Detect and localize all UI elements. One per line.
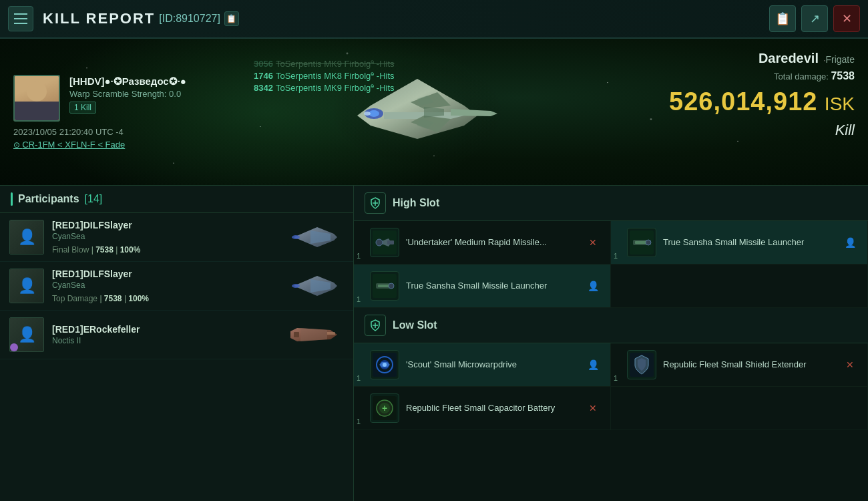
participant-avatar: 👤 (9, 317, 44, 352)
hero-ship-info: Daredevil Frigate Total damage: 7538 526… (669, 51, 855, 139)
page-title: KILL REPORT (43, 10, 155, 27)
fit-item[interactable]: 1 Republic Fleet Small Shield Extender ✕ (611, 343, 868, 387)
participants-count: [14] (85, 193, 103, 205)
participants-label: Participants (18, 193, 79, 205)
svg-point-16 (646, 240, 651, 245)
total-damage-label: Total damage: 7538 (669, 70, 855, 82)
avatar-badge (10, 343, 18, 351)
module-icon (370, 228, 399, 257)
hero-player-section: [HHDV]●·✪Разведос✪·● Warp Scramble Stren… (0, 63, 287, 162)
participant-info: [RED1]DILFSlayer CyanSea Top Damage | 75… (52, 269, 276, 303)
participant-name: [RED1]ERockefeller (52, 324, 276, 335)
fit-item-empty (611, 387, 868, 430)
low-slot-label: Low Slot (393, 319, 437, 331)
remove-button[interactable]: ✕ (585, 400, 601, 416)
fit-qty: 1 (614, 374, 618, 382)
fit-item[interactable]: 1 True Sansha Small Missile Launcher 👤 (611, 221, 868, 265)
fit-item[interactable]: 1 'Scout' Small Microwarpdrive 👤 (354, 343, 611, 387)
participants-header: Participants [14] (0, 186, 353, 213)
outcome-label: Kill (669, 122, 855, 139)
location-link[interactable]: CR-1FM < XFLN-F < Fade (13, 140, 274, 150)
close-button[interactable]: ✕ (833, 5, 860, 32)
person-icon: 👤 (585, 278, 601, 294)
module-name: Republic Fleet Small Capacitor Battery (406, 403, 578, 414)
module-name: 'Scout' Small Microwarpdrive (406, 359, 578, 371)
module-name: True Sansha Small Missile Launcher (406, 281, 578, 292)
svg-point-3 (364, 112, 371, 116)
module-icon (370, 350, 399, 379)
damage-line-1: 3056ToSerpentis MK9 Firbolg⁹ -Hits (254, 59, 395, 69)
participant-stats: Final Blow | 7538 | 100% (52, 245, 276, 255)
ship-class: Frigate (825, 54, 855, 65)
participant-avatar: 👤 (9, 269, 44, 303)
participant-corp: Noctis II (52, 336, 276, 345)
report-id: [ID:8910727] (159, 13, 220, 25)
datetime: 2023/10/05 21:20:40 UTC -4 (13, 127, 274, 137)
fit-qty: 1 (357, 295, 361, 303)
participant-row[interactable]: 👤 [RED1]DILFSlayer CyanSea Final Blow | … (0, 213, 353, 262)
module-name: True Sansha Small Missile Launcher (663, 237, 835, 248)
export-button[interactable]: ↗ (801, 5, 828, 32)
avatar-placeholder: 👤 (10, 220, 43, 254)
participant-avatar: 👤 (9, 220, 44, 255)
participant-name: [RED1]DILFSlayer (52, 220, 276, 230)
header-bar-accent (11, 192, 13, 206)
fit-qty: 1 (614, 252, 618, 260)
participant-ship (284, 318, 344, 351)
fit-qty: 1 (357, 418, 361, 426)
damage-line-3: 8342ToSerpentis MK9 Firbolg⁹ -Hits (254, 83, 395, 93)
header: KILL REPORT [ID:8910727] 📋 📋 ↗ ✕ (0, 0, 868, 39)
fit-qty: 1 (357, 252, 361, 260)
participant-corp: CyanSea (52, 281, 276, 290)
participant-row[interactable]: 👤 [RED1]ERockefeller Noctis II (0, 311, 353, 359)
svg-point-11 (376, 239, 383, 246)
participant-info: [RED1]ERockefeller Noctis II (52, 324, 276, 345)
header-actions: 📋 ↗ ✕ (769, 5, 860, 32)
player-name: [HHDV]●·✪Разведос✪·● (69, 75, 274, 88)
participant-stats: Top Damage | 7538 | 100% (52, 294, 276, 303)
module-icon (370, 271, 399, 301)
menu-button[interactable] (8, 6, 33, 31)
fit-item[interactable]: 1 'Undertaker' Medium Rapid Missile... ✕ (354, 221, 611, 265)
fit-item[interactable]: 1 + Republic Fleet Small Capacitor Batte… (354, 387, 611, 430)
participant-ship (284, 220, 344, 254)
high-slot-label: High Slot (393, 197, 439, 209)
participants-panel: Participants [14] 👤 [RED1]DILFSlayer Cya… (0, 186, 354, 501)
high-slot-icon (365, 192, 386, 214)
low-slot-section: Low Slot 1 'Scout' Small (354, 308, 868, 430)
fit-item[interactable]: 1 True Sansha Small Missile Launcher 👤 (354, 265, 611, 308)
total-damage-val: 7538 (831, 70, 855, 81)
svg-rect-12 (387, 240, 394, 244)
avatar-placeholder: 👤 (10, 269, 43, 303)
low-slot-icon (365, 315, 386, 336)
person-icon: 👤 (842, 234, 858, 251)
svg-rect-6 (294, 332, 299, 337)
module-icon (627, 228, 656, 257)
player-info: [HHDV]●·✪Разведос✪·● Warp Scramble Stren… (69, 75, 274, 114)
svg-point-20 (389, 283, 394, 289)
avatar (13, 75, 60, 122)
module-name: Republic Fleet Small Shield Extender (663, 359, 835, 371)
participant-corp: CyanSea (52, 232, 276, 241)
ship-name: Daredevil (758, 51, 819, 65)
clipboard-button[interactable]: 📋 (769, 5, 796, 32)
participant-name: [RED1]DILFSlayer (52, 269, 276, 279)
low-slot-grid: 1 'Scout' Small Microwarpdrive 👤 (354, 343, 868, 430)
module-icon: + (370, 393, 399, 423)
remove-button[interactable]: ✕ (842, 357, 858, 373)
remove-button[interactable]: ✕ (585, 234, 601, 251)
fit-qty: 1 (357, 374, 361, 382)
kills-badge: 1 Kill (69, 102, 96, 114)
person-icon: 👤 (585, 357, 601, 373)
isk-label: ISK (825, 94, 855, 114)
copy-id-button[interactable]: 📋 (224, 11, 239, 26)
participant-ship (284, 269, 344, 303)
damage-lines: 3056ToSerpentis MK9 Firbolg⁹ -Hits 1746T… (254, 59, 395, 95)
fit-item-empty (611, 265, 868, 308)
isk-value: 526,014,912 (669, 88, 817, 116)
participant-row[interactable]: 👤 [RED1]DILFSlayer CyanSea Top Damage | … (0, 262, 353, 311)
svg-point-27 (383, 363, 387, 367)
warp-scramble: Warp Scramble Strength: 0.0 (69, 89, 274, 99)
hero-banner: [HHDV]●·✪Разведос✪·● Warp Scramble Stren… (0, 39, 868, 186)
damage-line-2: 1746ToSerpentis MK8 Firbolg⁹ -Hits (254, 71, 395, 81)
